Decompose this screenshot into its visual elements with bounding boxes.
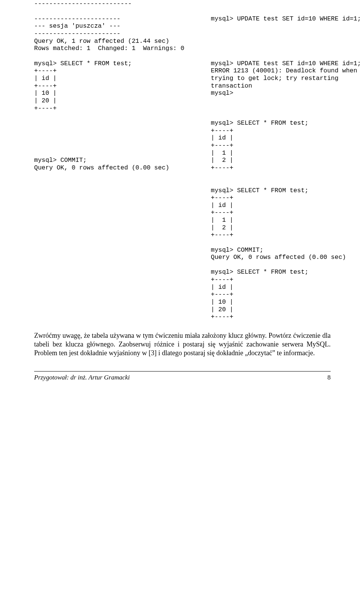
commit-left: mysql> COMMIT; Query OK, 0 rows affected… bbox=[34, 157, 207, 171]
deadlock-right: mysql> UPDATE test SET id=10 WHERE id=1;… bbox=[211, 60, 361, 97]
page-number: 8 bbox=[328, 374, 331, 381]
update-stmt-right: mysql> UPDATE test SET id=10 WHERE id=1; bbox=[211, 15, 361, 23]
select-right-2: mysql> SELECT * FROM test; +----+ | id |… bbox=[211, 119, 308, 171]
footer-author: Przygotował: dr inż. Artur Gramacki bbox=[34, 374, 130, 381]
top-dash-line: -------------------------- bbox=[34, 0, 331, 8]
body-paragraph: Zwróćmy uwagę, że tabela używana w tym ć… bbox=[34, 331, 331, 357]
footer-rule bbox=[34, 371, 331, 372]
select-left-1: mysql> SELECT * FROM test; +----+ | id |… bbox=[34, 60, 207, 112]
final-right-block: mysql> SELECT * FROM test; +----+ | id |… bbox=[211, 187, 346, 321]
session-header-left: ----------------------- --- sesja 'puszc… bbox=[34, 15, 207, 52]
